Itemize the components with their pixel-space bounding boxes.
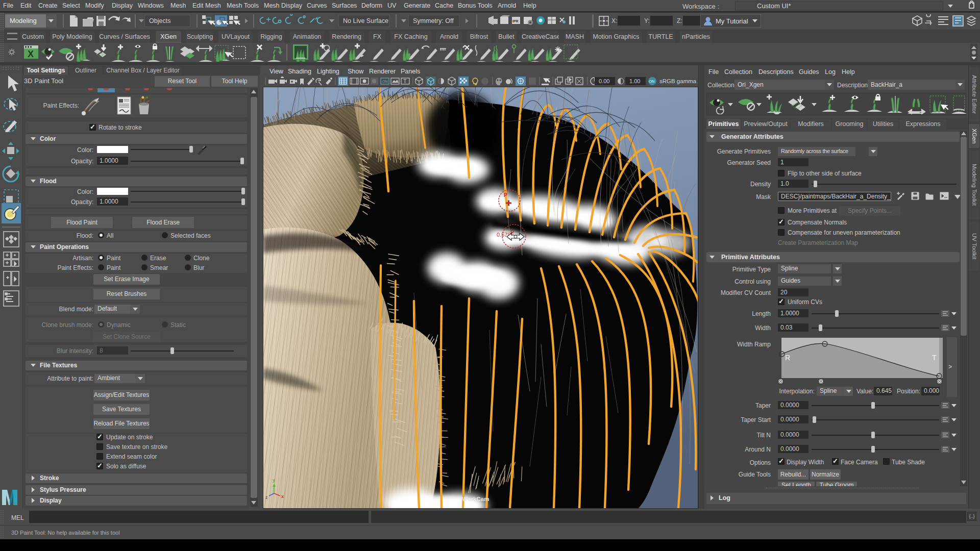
- svg-text:WorkCam: WorkCam: [462, 496, 489, 502]
- svg-text:ON: ON: [649, 79, 654, 84]
- svg-text:P: P: [504, 192, 507, 198]
- svg-text:R: R: [785, 354, 790, 362]
- svg-text:T: T: [932, 354, 937, 362]
- svg-text:1.00: 1.00: [629, 78, 640, 84]
- svg-text:0.00: 0.00: [599, 78, 609, 84]
- svg-text:X: X: [28, 49, 34, 59]
- svg-text:ON: ON: [382, 80, 388, 83]
- svg-text:IPR: IPR: [512, 19, 519, 23]
- svg-text:sRGB gamma: sRGB gamma: [659, 78, 696, 84]
- svg-text:z: z: [265, 495, 268, 500]
- svg-text:T: T: [403, 78, 407, 84]
- svg-text:x: x: [281, 494, 284, 499]
- svg-text:y: y: [273, 478, 275, 483]
